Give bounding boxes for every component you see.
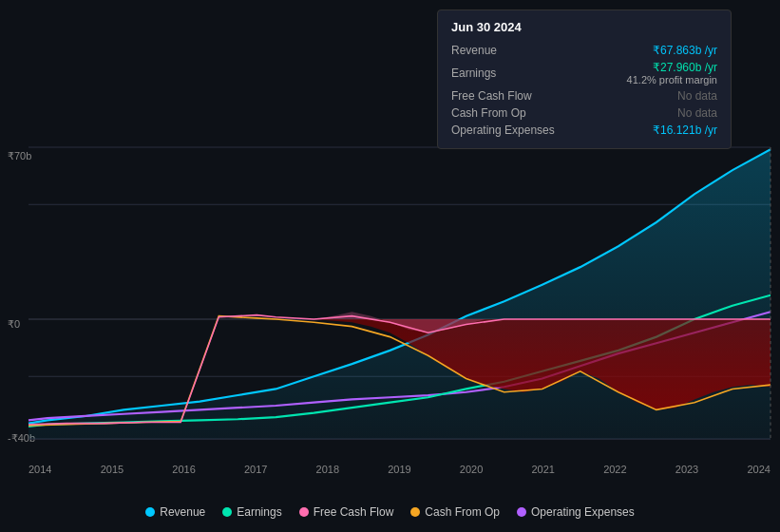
- chart-container: Jun 30 2024 Revenue ₹67.863b /yr Earning…: [0, 0, 780, 532]
- tooltip-label-opex: Operating Expenses: [451, 124, 575, 137]
- y-label-zero: ₹0: [8, 318, 20, 331]
- x-label-2016: 2016: [172, 464, 195, 475]
- legend-dot-cashfromop: [410, 507, 420, 517]
- legend: Revenue Earnings Free Cash Flow Cash Fro…: [0, 505, 780, 519]
- tooltip-value-fcf: No data: [677, 89, 717, 103]
- legend-dot-earnings: [222, 507, 232, 517]
- tooltip-label-earnings: Earnings: [451, 66, 575, 80]
- chart-svg: [29, 147, 770, 470]
- tooltip-value-cashfromop: No data: [677, 106, 717, 120]
- x-label-2015: 2015: [101, 464, 124, 475]
- legend-item-fcf[interactable]: Free Cash Flow: [299, 505, 394, 519]
- x-label-2021: 2021: [531, 464, 554, 475]
- tooltip-row-cashfromop: Cash From Op No data: [451, 104, 717, 122]
- legend-dot-opex: [517, 507, 526, 517]
- legend-label-revenue: Revenue: [160, 505, 205, 519]
- tooltip-row-revenue: Revenue ₹67.863b /yr: [451, 42, 717, 59]
- tooltip-value-earnings: ₹27.960b /yr: [627, 61, 717, 74]
- tooltip-label-cashfromop: Cash From Op: [451, 106, 575, 120]
- legend-item-revenue[interactable]: Revenue: [145, 505, 205, 519]
- tooltip-value-opex: ₹16.121b /yr: [653, 124, 717, 137]
- tooltip-row-earnings: Earnings ₹27.960b /yr 41.2% profit margi…: [451, 59, 717, 87]
- tooltip-label-revenue: Revenue: [451, 44, 575, 57]
- x-label-2024: 2024: [747, 464, 770, 475]
- tooltip-row-opex: Operating Expenses ₹16.121b /yr: [451, 122, 717, 139]
- legend-dot-fcf: [299, 507, 309, 517]
- legend-label-fcf: Free Cash Flow: [314, 505, 394, 519]
- tooltip-row-fcf: Free Cash Flow No data: [451, 87, 717, 104]
- x-label-2019: 2019: [388, 464, 410, 475]
- x-label-2022: 2022: [603, 464, 626, 475]
- tooltip-profit-margin: 41.2% profit margin: [627, 74, 717, 86]
- chart-svg-wrapper: [29, 147, 770, 470]
- x-label-2017: 2017: [244, 464, 267, 475]
- x-label-2018: 2018: [316, 464, 339, 475]
- legend-label-earnings: Earnings: [237, 505, 281, 519]
- tooltip-value-revenue: ₹67.863b /yr: [653, 44, 717, 57]
- x-label-2014: 2014: [29, 464, 51, 475]
- tooltip-date: Jun 30 2024: [451, 20, 717, 34]
- legend-item-earnings[interactable]: Earnings: [222, 505, 281, 519]
- x-axis-labels: 2014 2015 2016 2017 2018 2019 2020 2021 …: [29, 464, 770, 475]
- x-label-2023: 2023: [675, 464, 698, 475]
- legend-dot-revenue: [145, 507, 155, 517]
- legend-item-opex[interactable]: Operating Expenses: [517, 505, 635, 519]
- tooltip-box: Jun 30 2024 Revenue ₹67.863b /yr Earning…: [437, 10, 732, 149]
- legend-item-cashfromop[interactable]: Cash From Op: [410, 505, 500, 519]
- tooltip-label-fcf: Free Cash Flow: [451, 89, 575, 103]
- x-label-2020: 2020: [460, 464, 483, 475]
- legend-label-cashfromop: Cash From Op: [425, 505, 500, 519]
- legend-label-opex: Operating Expenses: [531, 505, 635, 519]
